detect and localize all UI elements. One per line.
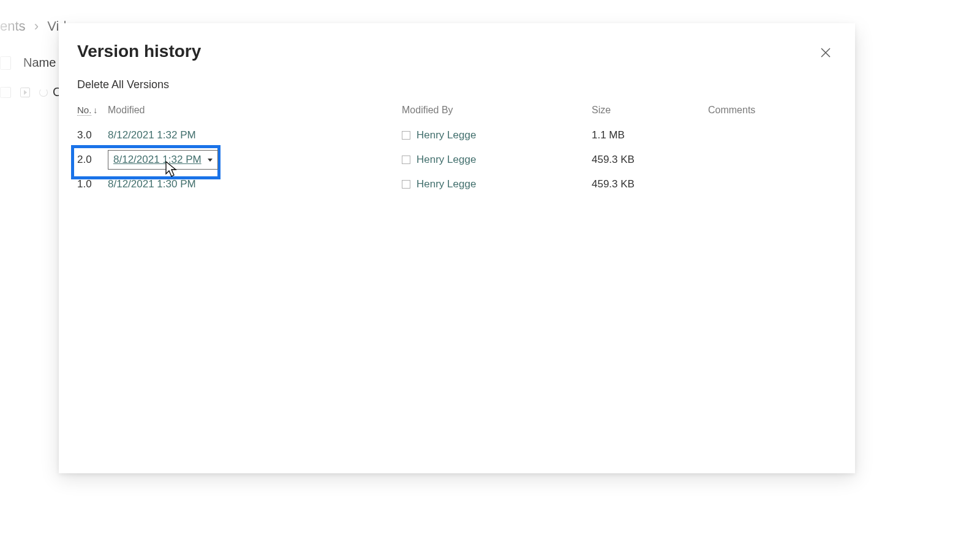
version-number: 1.0 xyxy=(77,178,108,190)
column-header-no[interactable]: No. ↓ xyxy=(77,105,108,116)
version-size: 1.1 MB xyxy=(592,129,708,141)
close-icon xyxy=(821,48,831,58)
version-row-selected: 2.0 8/12/2021 1:32 PM Henry Legge 459.3 … xyxy=(77,148,837,172)
row-select-checkbox[interactable] xyxy=(0,87,11,98)
version-modified-link[interactable]: 8/12/2021 1:32 PM xyxy=(113,154,202,166)
table-header-row: No. ↓ Modified Modified By Size Comments xyxy=(77,105,837,116)
version-modified-cell: 8/12/2021 1:32 PM xyxy=(108,150,402,170)
file-type-icon xyxy=(0,56,11,70)
version-number: 3.0 xyxy=(77,129,108,141)
version-modified-link[interactable]: 8/12/2021 1:30 PM xyxy=(108,178,402,190)
version-table: No. ↓ Modified Modified By Size Comments… xyxy=(77,105,837,197)
version-modified-by: Henry Legge xyxy=(402,129,592,141)
video-file-icon xyxy=(20,88,30,97)
version-row: 1.0 8/12/2021 1:30 PM Henry Legge 459.3 … xyxy=(77,172,837,197)
sort-descending-icon: ↓ xyxy=(93,105,97,115)
version-modified-link[interactable]: 8/12/2021 1:32 PM xyxy=(108,129,402,141)
column-header-modified-by[interactable]: Modified By xyxy=(402,105,592,116)
chevron-right-icon: › xyxy=(34,18,39,34)
version-history-dialog: Version history Delete All Versions No. … xyxy=(59,23,855,473)
presence-checkbox-icon xyxy=(402,131,410,140)
modified-by-name[interactable]: Henry Legge xyxy=(417,129,476,141)
close-button[interactable] xyxy=(815,42,837,64)
column-header-comments[interactable]: Comments xyxy=(708,105,837,116)
version-modified-dropdown[interactable]: 8/12/2021 1:32 PM xyxy=(108,150,218,170)
modified-by-name[interactable]: Henry Legge xyxy=(417,154,476,166)
column-header-no-label: No. xyxy=(77,105,91,116)
column-header-size[interactable]: Size xyxy=(592,105,708,116)
loading-spinner-icon xyxy=(39,88,48,97)
presence-checkbox-icon xyxy=(402,156,410,164)
delete-all-versions-link[interactable]: Delete All Versions xyxy=(77,78,169,91)
version-row: 3.0 8/12/2021 1:32 PM Henry Legge 1.1 MB xyxy=(77,123,837,148)
version-size: 459.3 KB xyxy=(592,154,708,166)
column-header-name[interactable]: Name xyxy=(23,56,56,70)
column-header-modified[interactable]: Modified xyxy=(108,105,402,116)
dialog-header: Version history xyxy=(77,42,837,78)
version-size: 459.3 KB xyxy=(592,178,708,190)
version-modified-by: Henry Legge xyxy=(402,154,592,166)
breadcrumb-parent[interactable]: ents xyxy=(0,18,26,34)
modified-by-name[interactable]: Henry Legge xyxy=(417,178,476,190)
dropdown-arrow-icon[interactable] xyxy=(208,159,213,162)
version-number: 2.0 xyxy=(77,154,108,166)
version-modified-by: Henry Legge xyxy=(402,178,592,190)
dialog-title: Version history xyxy=(77,42,201,61)
presence-checkbox-icon xyxy=(402,180,410,189)
